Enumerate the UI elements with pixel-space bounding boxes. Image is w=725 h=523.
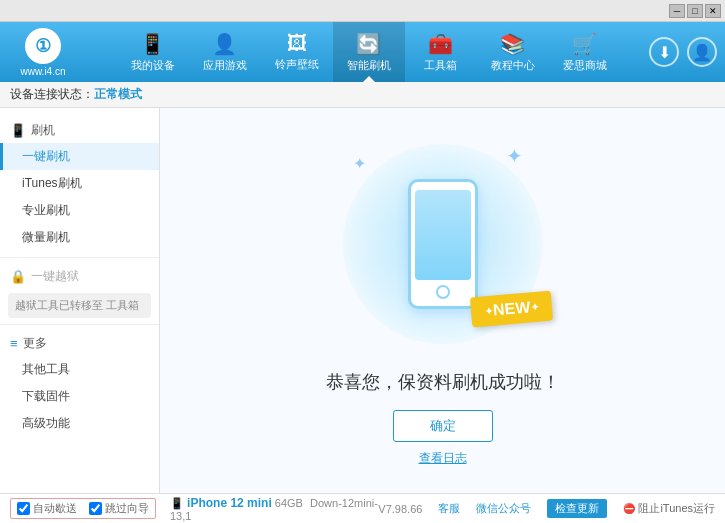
topbar: ① www.i4.cn 📱 我的设备 👤 应用游戏 🖼 铃声壁纸 🔄 智能刷机 … xyxy=(0,22,725,82)
status-value: 正常模式 xyxy=(94,86,142,103)
nav-items: 📱 我的设备 👤 应用游戏 🖼 铃声壁纸 🔄 智能刷机 🧰 工具箱 📚 教程中心… xyxy=(88,22,649,82)
sidebar-divider-1 xyxy=(0,257,159,258)
device-name: iPhone 12 mini xyxy=(187,496,272,510)
skip-wizard-label: 跳过向导 xyxy=(105,501,149,516)
auto-dismiss-label: 自动歇送 xyxy=(33,501,77,516)
sidebar-item-advanced[interactable]: 高级功能 xyxy=(0,410,159,437)
again-link[interactable]: 查看日志 xyxy=(419,450,467,467)
sidebar-section-more: ≡ 更多 xyxy=(0,331,159,356)
nav-my-device-label: 我的设备 xyxy=(131,58,175,73)
jailbreak-note: 越狱工具已转移至 工具箱 xyxy=(8,293,151,318)
device-info: 📱 iPhone 12 mini 64GB Down-12mini-13,1 xyxy=(162,496,378,522)
skip-wizard-input[interactable] xyxy=(89,502,102,515)
smart-flash-icon: 🔄 xyxy=(356,32,381,56)
nav-tutorials[interactable]: 📚 教程中心 xyxy=(477,22,549,82)
logo-area[interactable]: ① www.i4.cn xyxy=(8,28,78,77)
nav-toolbox[interactable]: 🧰 工具箱 xyxy=(405,22,477,82)
confirm-button[interactable]: 确定 xyxy=(393,410,493,442)
nav-apps-games[interactable]: 👤 应用游戏 xyxy=(189,22,261,82)
new-ribbon-text: NEW xyxy=(470,291,554,328)
tutorials-icon: 📚 xyxy=(500,32,525,56)
sidebar-item-micro-flash[interactable]: 微量刷机 xyxy=(0,224,159,251)
auto-dismiss-input[interactable] xyxy=(17,502,30,515)
more-section-icon: ≡ xyxy=(10,336,18,351)
download-firmware-label: 下载固件 xyxy=(22,388,70,405)
jailbreak-section-label: 一键越狱 xyxy=(31,268,79,285)
sparkle-top-left: ✦ xyxy=(353,154,366,173)
device-icon: 📱 xyxy=(170,497,184,509)
itunes-flash-label: iTunes刷机 xyxy=(22,175,82,192)
close-button[interactable]: ✕ xyxy=(705,4,721,18)
sidebar-item-itunes-flash[interactable]: iTunes刷机 xyxy=(0,170,159,197)
status-label: 设备连接状态： xyxy=(10,86,94,103)
other-tools-label: 其他工具 xyxy=(22,361,70,378)
flash-section-icon: 📱 xyxy=(10,123,26,138)
auto-dismiss-checkbox[interactable]: 自动歇送 xyxy=(17,501,77,516)
advanced-label: 高级功能 xyxy=(22,415,70,432)
service-link[interactable]: 客服 xyxy=(438,501,460,516)
nav-smart-flash[interactable]: 🔄 智能刷机 xyxy=(333,22,405,82)
wechat-link[interactable]: 微信公众号 xyxy=(476,501,531,516)
apps-games-icon: 👤 xyxy=(212,32,237,56)
nav-store[interactable]: 🛒 爱思商城 xyxy=(549,22,621,82)
phone-body xyxy=(408,179,478,309)
titlebar: ─ □ ✕ xyxy=(0,0,725,22)
nav-smart-flash-label: 智能刷机 xyxy=(347,58,391,73)
nav-apps-games-label: 应用游戏 xyxy=(203,58,247,73)
stop-itunes-label: 阻止iTunes运行 xyxy=(638,501,715,516)
main-content: ✦ ✦ NEW 恭喜您，保资料刷机成功啦！ 确定 查看日志 xyxy=(160,108,725,493)
bottombar: 自动歇送 跳过向导 📱 iPhone 12 mini 64GB Down-12m… xyxy=(0,493,725,523)
device-capacity: 64GB xyxy=(275,497,303,509)
bottom-right: V7.98.66 客服 微信公众号 检查更新 ⛔ 阻止iTunes运行 xyxy=(378,499,715,518)
logo-text: ① xyxy=(35,35,51,57)
one-click-flash-label: 一键刷机 xyxy=(22,148,70,165)
window-controls: ─ □ ✕ xyxy=(669,4,721,18)
micro-flash-label: 微量刷机 xyxy=(22,229,70,246)
nav-store-label: 爱思商城 xyxy=(563,58,607,73)
bottom-left: 自动歇送 跳过向导 📱 iPhone 12 mini 64GB Down-12m… xyxy=(10,496,378,522)
flash-section-label: 刷机 xyxy=(31,122,55,139)
maximize-button[interactable]: □ xyxy=(687,4,703,18)
stop-itunes[interactable]: ⛔ 阻止iTunes运行 xyxy=(623,501,715,516)
checkbox-group: 自动歇送 跳过向导 xyxy=(10,498,156,519)
sidebar-section-flash: 📱 刷机 xyxy=(0,118,159,143)
skip-wizard-checkbox[interactable]: 跳过向导 xyxy=(89,501,149,516)
download-button[interactable]: ⬇ xyxy=(649,37,679,67)
sidebar-item-download-firmware[interactable]: 下载固件 xyxy=(0,383,159,410)
minimize-button[interactable]: ─ xyxy=(669,4,685,18)
nav-ringtones[interactable]: 🖼 铃声壁纸 xyxy=(261,22,333,82)
user-button[interactable]: 👤 xyxy=(687,37,717,67)
jailbreak-note-text: 越狱工具已转移至 工具箱 xyxy=(15,299,139,311)
logo-url: www.i4.cn xyxy=(20,66,65,77)
my-device-icon: 📱 xyxy=(140,32,165,56)
stop-icon: ⛔ xyxy=(623,503,635,514)
new-badge: NEW xyxy=(471,294,552,324)
success-title: 恭喜您，保资料刷机成功啦！ xyxy=(326,370,560,394)
sidebar: 📱 刷机 一键刷机 iTunes刷机 专业刷机 微量刷机 🔒 一键越狱 越狱工具… xyxy=(0,108,160,493)
sidebar-divider-2 xyxy=(0,324,159,325)
nav-tutorials-label: 教程中心 xyxy=(491,58,535,73)
nav-right: ⬇ 👤 xyxy=(649,37,717,67)
nav-my-device[interactable]: 📱 我的设备 xyxy=(117,22,189,82)
logo-icon: ① xyxy=(25,28,61,64)
toolbox-icon: 🧰 xyxy=(428,32,453,56)
more-section-label: 更多 xyxy=(23,335,47,352)
main-layout: 📱 刷机 一键刷机 iTunes刷机 专业刷机 微量刷机 🔒 一键越狱 越狱工具… xyxy=(0,108,725,493)
sidebar-section-jailbreak: 🔒 一键越狱 xyxy=(0,264,159,289)
nav-toolbox-label: 工具箱 xyxy=(424,58,457,73)
sidebar-item-pro-flash[interactable]: 专业刷机 xyxy=(0,197,159,224)
update-button[interactable]: 检查更新 xyxy=(547,499,607,518)
ringtones-icon: 🖼 xyxy=(287,32,307,55)
jailbreak-section-icon: 🔒 xyxy=(10,269,26,284)
statusbar: 设备连接状态： 正常模式 xyxy=(0,82,725,108)
phone-screen xyxy=(415,190,471,280)
sidebar-item-other-tools[interactable]: 其他工具 xyxy=(0,356,159,383)
nav-ringtones-label: 铃声壁纸 xyxy=(275,57,319,72)
version-text: V7.98.66 xyxy=(378,503,422,515)
sidebar-item-one-click-flash[interactable]: 一键刷机 xyxy=(0,143,159,170)
store-icon: 🛒 xyxy=(572,32,597,56)
phone-illustration: ✦ ✦ NEW xyxy=(343,134,543,354)
sparkle-top-right: ✦ xyxy=(506,144,523,168)
pro-flash-label: 专业刷机 xyxy=(22,202,70,219)
phone-home-button xyxy=(436,285,450,299)
